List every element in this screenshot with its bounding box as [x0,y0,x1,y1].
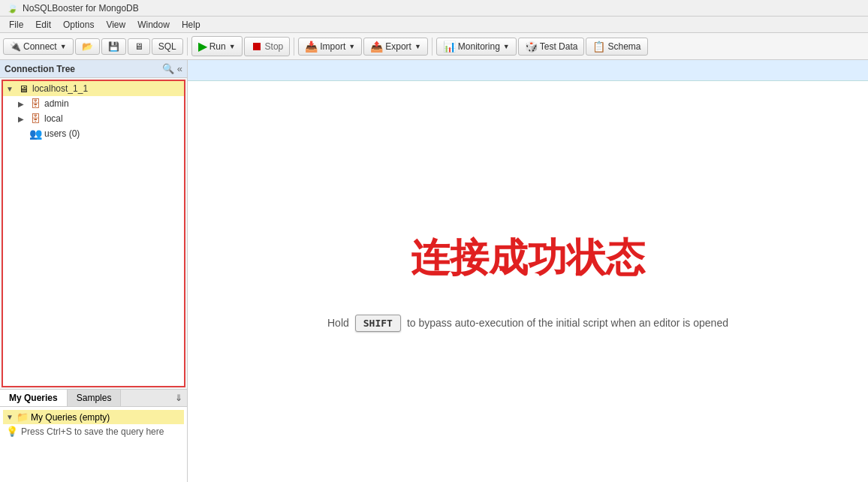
panel-header-icons: 🔍 « [162,63,182,74]
main-layout: Connection Tree 🔍 « ▼ 🖥 localhost_1_1 ▶ … [0,60,868,482]
db-icon-local: 🗄 [29,113,42,125]
folder-expand-icon: ▼ [6,413,17,421]
menu-options[interactable]: Options [57,18,100,32]
main-content: 连接成功状态 Hold SHIFT to bypass auto-executi… [188,81,868,482]
expand-icon-localhost: ▼ [6,85,17,93]
shift-hint-before: Hold [327,317,349,329]
query-hint: 💡 Press Ctrl+S to save the query here [3,424,184,438]
hint-text: Press Ctrl+S to save the query here [21,426,164,437]
save-icon: 💾 [108,41,119,52]
shift-key: SHIFT [355,315,401,332]
run-dropdown-arrow: ▼ [229,43,236,50]
export-label: Export [385,41,411,52]
tree-node-localhost[interactable]: ▼ 🖥 localhost_1_1 [3,81,184,96]
menu-help[interactable]: Help [176,18,206,32]
monitoring-button[interactable]: 📊 Monitoring ▼ [436,38,517,56]
db-icon-admin: 🗄 [29,98,42,110]
stop-icon: ⏹ [251,40,263,53]
menu-window[interactable]: Window [131,18,176,32]
folder-icon: 📂 [82,41,93,52]
run-icon: ▶ [198,39,207,53]
bottom-panel: My Queries Samples ⇓ ▼ 📁 My Queries (emp… [0,389,187,482]
menu-edit[interactable]: Edit [29,18,57,32]
query-folder-item[interactable]: ▼ 📁 My Queries (empty) [3,410,184,424]
sql-button[interactable]: SQL [152,38,183,55]
tab-samples[interactable]: Samples [68,390,122,406]
run-button[interactable]: ▶ Run ▼ [191,36,243,56]
users-icon: 👥 [29,128,42,140]
testdata-icon: 🎲 [525,41,538,53]
connection-tree-title: Connection Tree [5,64,75,74]
schema-label: Schema [607,41,640,52]
query-folder-label: My Queries (empty) [31,412,110,423]
export-icon: 📤 [370,41,383,53]
node-label-users: users (0) [44,128,80,139]
tree-node-admin[interactable]: ▶ 🗄 admin [3,96,184,111]
menu-view[interactable]: View [100,18,131,32]
monitoring-icon: 📊 [443,41,456,53]
export-button[interactable]: 📤 Export ▼ [363,38,428,56]
node-label-admin: admin [44,98,69,109]
connection-tree-area: ▼ 🖥 localhost_1_1 ▶ 🗄 admin ▶ 🗄 local 👥 … [2,80,185,387]
node-label-local: local [44,113,63,124]
shift-hint-after: to bypass auto-execution of the initial … [407,317,728,329]
app-title: NoSQLBooster for MongoDB [23,3,139,14]
expand-icon-admin: ▶ [18,100,29,108]
node-label-localhost: localhost_1_1 [32,83,88,94]
import-dropdown-arrow: ▼ [348,43,355,50]
screen-icon: 🖥 [134,41,143,52]
import-icon: 📥 [305,41,318,53]
toolbar-separator-2 [294,38,294,56]
app-icon: 🍃 [6,2,18,14]
tree-node-users[interactable]: 👥 users (0) [3,126,184,141]
tree-node-local[interactable]: ▶ 🗄 local [3,111,184,126]
tab-collapse-icon[interactable]: ⇓ [170,390,187,406]
shift-hint: Hold SHIFT to bypass auto-execution of t… [327,315,728,332]
title-bar: 🍃 NoSQLBooster for MongoDB [0,0,868,17]
import-label: Import [320,41,345,52]
disk-button[interactable]: 💾 [101,38,126,55]
save-button[interactable]: 📂 [75,38,100,55]
monitoring-label: Monitoring [458,41,500,52]
menu-bar: File Edit Options View Window Help [0,17,868,33]
stop-label: Stop [265,41,284,52]
toolbar-separator-3 [432,38,432,56]
chinese-title: 连接成功状态 [411,232,645,285]
hint-icon: 💡 [6,426,18,437]
folder-icon: 📁 [17,411,29,423]
bottom-content: ▼ 📁 My Queries (empty) 💡 Press Ctrl+S to… [0,407,187,482]
testdata-button[interactable]: 🎲 Test Data [518,38,585,56]
content-header [188,60,868,81]
testdata-label: Test Data [540,41,578,52]
search-icon[interactable]: 🔍 [162,63,174,74]
monitoring-dropdown-arrow: ▼ [503,43,510,50]
collapse-icon[interactable]: « [177,63,182,74]
connect-button[interactable]: 🔌 Connect ▼ [3,38,74,55]
toolbar: 🔌 Connect ▼ 📂 💾 🖥 SQL ▶ Run ▼ ⏹ Stop 📥 I… [0,33,868,60]
left-panel: Connection Tree 🔍 « ▼ 🖥 localhost_1_1 ▶ … [0,60,188,482]
schema-icon: 📋 [592,41,605,53]
toolbar-separator-1 [187,38,188,56]
import-button[interactable]: 📥 Import ▼ [298,38,362,56]
connection-tree-header: Connection Tree 🔍 « [0,60,187,78]
expand-icon-local: ▶ [18,115,29,123]
export-dropdown-arrow: ▼ [414,43,421,50]
right-panel: 连接成功状态 Hold SHIFT to bypass auto-executi… [188,60,868,482]
server-icon: 🖥 [17,83,30,95]
tab-my-queries[interactable]: My Queries [0,390,68,406]
connect-label: Connect [23,41,57,52]
stop-button[interactable]: ⏹ Stop [244,37,291,56]
run-label: Run [209,41,226,52]
sql-label: SQL [158,41,176,52]
menu-file[interactable]: File [3,18,29,32]
schema-button[interactable]: 📋 Schema [586,38,647,56]
tabs-row: My Queries Samples ⇓ [0,390,187,407]
connect-icon: 🔌 [10,41,21,52]
connect-dropdown-arrow: ▼ [60,43,67,50]
screen-button[interactable]: 🖥 [128,38,150,55]
